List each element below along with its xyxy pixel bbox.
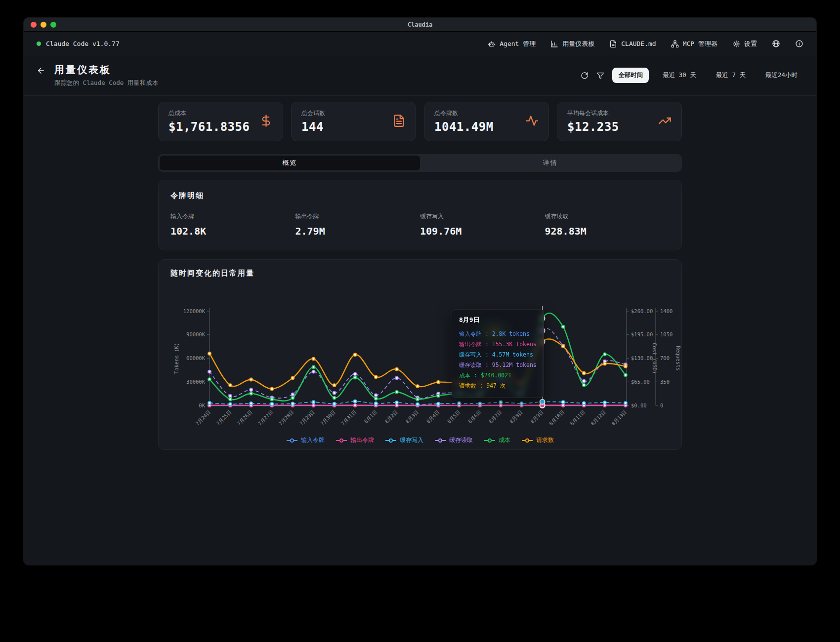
nav-item-agents[interactable]: Agent 管理	[488, 40, 536, 48]
nav-item-label: MCP 管理器	[683, 40, 717, 48]
nav-item-settings[interactable]: 设置	[732, 40, 757, 48]
page-header: 用量仪表板 跟踪您的 Claude Code 用量和成本 全部时间 最近 30 …	[24, 56, 816, 96]
legend-item[interactable]: 输出令牌	[336, 436, 374, 444]
svg-text:700: 700	[660, 355, 670, 361]
legend-marker-icon	[286, 438, 298, 443]
top-navbar: Claude Code v1.0.77 Agent 管理 用量仪表板 CLAUD…	[24, 32, 816, 56]
breakdown-item-input: 输入令牌 102.8K	[170, 212, 295, 237]
status-dot-icon	[37, 41, 41, 46]
svg-text:8月13日: 8月13日	[611, 409, 628, 427]
tooltip-row-cache-read: 缓存读取 : 95.12M tokens	[459, 360, 537, 370]
breakdown-label: 输出令牌	[295, 212, 420, 221]
chart-title: 随时间变化的日常用量	[159, 269, 681, 278]
legend-item[interactable]: 缓存读取	[434, 436, 473, 444]
breakdown-label: 输入令牌	[170, 212, 295, 221]
globe-icon[interactable]	[772, 40, 780, 48]
svg-text:$65.00: $65.00	[631, 379, 650, 385]
legend-marker-icon	[336, 438, 347, 443]
stat-label: 总令牌数	[434, 109, 494, 118]
gear-icon	[732, 40, 740, 48]
svg-text:7月30日: 7月30日	[319, 409, 336, 427]
stat-value: 144	[301, 120, 325, 134]
svg-text:Requests: Requests	[675, 346, 681, 371]
back-button[interactable]	[37, 66, 45, 77]
status-label: Claude Code v1.0.77	[46, 40, 120, 47]
legend-label: 成本	[499, 436, 510, 444]
usage-chart[interactable]: 0K30000K60000K90000K120000KTokens (K)$0.…	[159, 281, 682, 435]
stat-label: 平均每会话成本	[567, 109, 619, 118]
svg-text:7月25日: 7月25日	[215, 409, 233, 427]
tab-overview[interactable]: 概览	[160, 156, 420, 170]
svg-text:1400: 1400	[660, 308, 672, 314]
svg-text:7月31日: 7月31日	[340, 409, 357, 427]
zoom-window-button[interactable]	[50, 22, 56, 28]
svg-text:7月26日: 7月26日	[236, 409, 253, 427]
svg-text:7月28日: 7月28日	[278, 409, 295, 427]
stat-card-avg-cost-per-session: 平均每会话成本 $12.235	[557, 102, 682, 141]
breakdown-value: 102.8K	[170, 225, 295, 237]
breakdown-value: 2.79M	[295, 225, 420, 237]
legend-marker-icon	[385, 438, 397, 443]
nav-item-claude-md[interactable]: CLAUDE.md	[609, 40, 656, 48]
tooltip-row-input: 输入令牌 : 2.8K tokens	[459, 329, 537, 339]
nav-item-label: 设置	[744, 40, 757, 48]
range-button-7d[interactable]: 最近 7 天	[710, 68, 752, 83]
svg-text:7月27日: 7月27日	[257, 409, 274, 427]
svg-text:90000K: 90000K	[186, 331, 206, 337]
svg-text:350: 350	[660, 379, 670, 385]
stat-label: 总成本	[168, 109, 250, 118]
breakdown-label: 缓存读取	[545, 212, 670, 221]
svg-text:0: 0	[660, 402, 663, 408]
stat-card-total-tokens: 总令牌数 1041.49M	[424, 102, 549, 141]
stat-cards-row: 总成本 $1,761.8356 总会话数 144 总令牌数 1041.49M 平…	[158, 102, 682, 141]
svg-text:8月11日: 8月11日	[569, 409, 587, 427]
svg-text:7月24日: 7月24日	[195, 409, 212, 427]
nav-item-label: CLAUDE.md	[621, 40, 656, 47]
nav-item-mcp-manager[interactable]: MCP 管理器	[671, 40, 717, 48]
bar-chart-icon	[550, 40, 558, 48]
breakdown-value: 109.76M	[420, 225, 545, 237]
refresh-icon[interactable]	[581, 72, 588, 80]
legend-label: 请求数	[536, 436, 554, 444]
traffic-lights	[31, 22, 56, 28]
range-button-30d[interactable]: 最近 30 天	[657, 68, 702, 83]
legend-item[interactable]: 请求数	[521, 436, 554, 444]
activity-icon	[525, 114, 539, 129]
overview-details-tabs: 概览 详情	[158, 154, 682, 172]
svg-text:8月2日: 8月2日	[384, 409, 399, 424]
info-icon[interactable]	[795, 40, 803, 48]
svg-text:8月6日: 8月6日	[467, 409, 482, 424]
svg-text:7月29日: 7月29日	[298, 409, 316, 427]
svg-text:8月1日: 8月1日	[363, 409, 378, 424]
trending-up-icon	[658, 114, 672, 129]
tooltip-row-output: 输出令牌 : 155.3K tokens	[459, 339, 537, 350]
breakdown-value: 928.83M	[545, 225, 670, 237]
tab-details[interactable]: 详情	[420, 156, 680, 170]
window-title: Claudia	[408, 21, 433, 28]
svg-text:30000K: 30000K	[186, 379, 206, 385]
range-button-24h[interactable]: 最近24小时	[759, 68, 803, 83]
legend-label: 缓存读取	[449, 436, 473, 444]
nav-item-usage-dashboard[interactable]: 用量仪表板	[550, 40, 594, 48]
filter-icon[interactable]	[596, 72, 604, 80]
range-button-all-time[interactable]: 全部时间	[612, 68, 649, 83]
svg-text:8月3日: 8月3日	[405, 409, 420, 424]
stat-value: $1,761.8356	[168, 120, 250, 134]
legend-item[interactable]: 输入令牌	[286, 436, 325, 444]
file-text-icon	[609, 40, 617, 48]
svg-text:8月8日: 8月8日	[508, 409, 523, 424]
stat-card-total-sessions: 总会话数 144	[291, 102, 416, 141]
app-window: Claudia Claude Code v1.0.77 Agent 管理 用量仪…	[24, 18, 816, 565]
close-window-button[interactable]	[31, 22, 37, 28]
legend-item[interactable]: 缓存写入	[385, 436, 423, 444]
tooltip-date: 8月9日	[459, 316, 537, 324]
minimize-window-button[interactable]	[41, 22, 46, 28]
stat-label: 总会话数	[301, 109, 325, 118]
legend-item[interactable]: 成本	[484, 436, 510, 444]
page-title: 用量仪表板	[54, 63, 158, 77]
breakdown-item-output: 输出令牌 2.79M	[295, 212, 420, 237]
app-status: Claude Code v1.0.77	[37, 40, 120, 47]
legend-marker-icon	[521, 438, 533, 443]
svg-text:120000K: 120000K	[183, 308, 206, 314]
tooltip-row-cost: 成本 : $240.0021	[459, 370, 537, 381]
